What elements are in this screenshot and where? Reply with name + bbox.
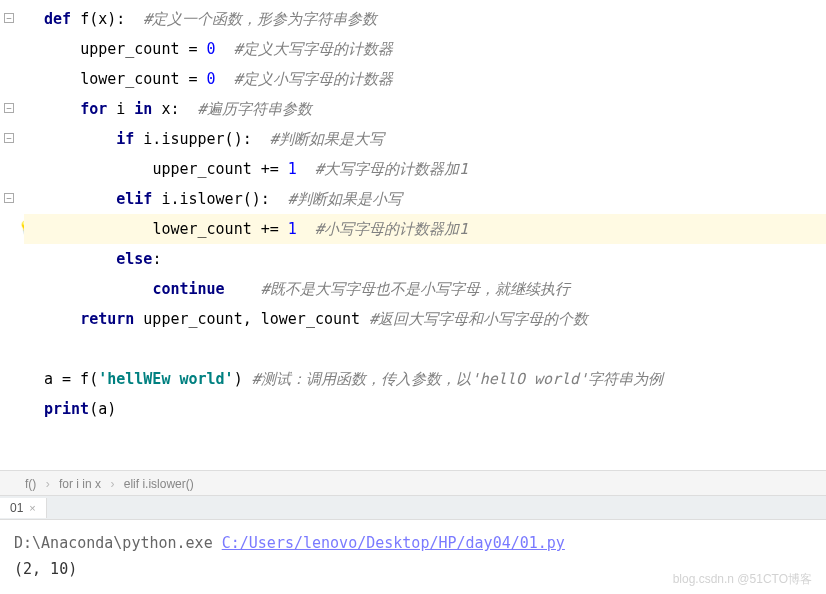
code-line[interactable]: lower_count = 0 #定义小写字母的计数器 bbox=[24, 64, 826, 94]
code-line[interactable]: return upper_count, lower_count #返回大写字母和… bbox=[24, 304, 826, 334]
console-output[interactable]: D:\Anaconda\python.exe C:/Users/lenovo/D… bbox=[0, 520, 826, 592]
close-icon[interactable]: × bbox=[29, 502, 35, 514]
code-line[interactable]: elif i.islower(): #判断如果是小写 bbox=[24, 184, 826, 214]
console-tab[interactable]: 01 × bbox=[0, 498, 47, 518]
breadcrumb-item[interactable]: for i in x bbox=[59, 477, 101, 491]
code-area[interactable]: def f(x): #定义一个函数，形参为字符串参数 upper_count =… bbox=[18, 0, 826, 470]
breadcrumb-item[interactable]: f() bbox=[25, 477, 36, 491]
gutter: −−−−💡 bbox=[0, 0, 18, 470]
code-line[interactable]: continue #既不是大写字母也不是小写字母，就继续执行 bbox=[24, 274, 826, 304]
console-exe-path: D:\Anaconda\python.exe bbox=[14, 534, 222, 552]
code-line[interactable]: print(a) bbox=[24, 394, 826, 424]
breadcrumb-item[interactable]: elif i.islower() bbox=[124, 477, 194, 491]
code-line[interactable]: if i.isupper(): #判断如果是大写 bbox=[24, 124, 826, 154]
fold-collapse-icon[interactable]: − bbox=[4, 133, 14, 143]
tab-label: 01 bbox=[10, 501, 23, 515]
console-command-line: D:\Anaconda\python.exe C:/Users/lenovo/D… bbox=[14, 530, 812, 556]
console-tab-bar: 01 × bbox=[0, 496, 826, 520]
fold-collapse-icon[interactable]: − bbox=[4, 193, 14, 203]
chevron-right-icon: › bbox=[110, 477, 114, 491]
code-line[interactable]: lower_count += 1 #小写字母的计数器加1 bbox=[24, 214, 826, 244]
code-line[interactable] bbox=[24, 424, 826, 454]
code-line[interactable]: for i in x: #遍历字符串参数 bbox=[24, 94, 826, 124]
watermark: blog.csdn.n @51CTO博客 bbox=[673, 566, 812, 592]
chevron-right-icon: › bbox=[46, 477, 50, 491]
code-editor[interactable]: −−−−💡 def f(x): #定义一个函数，形参为字符串参数 upper_c… bbox=[0, 0, 826, 470]
code-line[interactable]: else: bbox=[24, 244, 826, 274]
console-script-path: C:/Users/lenovo/Desktop/HP/day04/01.py bbox=[222, 534, 565, 552]
code-line[interactable]: a = f('hellWEw world') #测试：调用函数，传入参数，以'h… bbox=[24, 364, 826, 394]
code-line[interactable]: upper_count += 1 #大写字母的计数器加1 bbox=[24, 154, 826, 184]
fold-collapse-icon[interactable]: − bbox=[4, 13, 14, 23]
code-line[interactable]: def f(x): #定义一个函数，形参为字符串参数 bbox=[24, 4, 826, 34]
breadcrumb[interactable]: f() › for i in x › elif i.islower() bbox=[0, 470, 826, 496]
fold-collapse-icon[interactable]: − bbox=[4, 103, 14, 113]
code-line[interactable]: upper_count = 0 #定义大写字母的计数器 bbox=[24, 34, 826, 64]
code-line[interactable] bbox=[24, 334, 826, 364]
